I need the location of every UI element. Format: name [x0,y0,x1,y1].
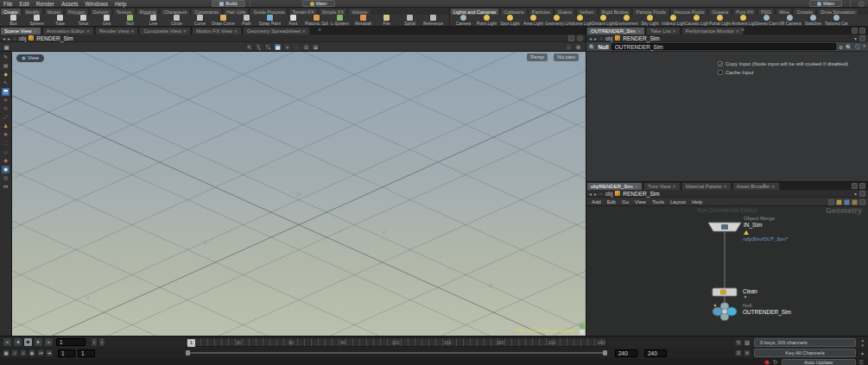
shelf-tool[interactable]: Switcher [801,15,825,26]
view-radial-button[interactable]: View [16,54,44,62]
zoom-icon[interactable] [859,199,865,205]
hamburger-icon[interactable]: ☰ [859,359,864,365]
persp-view-button[interactable]: Persp [527,53,548,61]
shelf-tool[interactable]: Font [282,15,305,26]
shelf-tool[interactable]: Circle [165,15,188,26]
pin-icon[interactable]: ⌂ [599,191,603,196]
sticky-note-icon[interactable] [852,199,858,205]
play-button[interactable]: ▸ [34,337,43,347]
shelf-tab[interactable]: Polygon [65,8,89,15]
range-start-field[interactable]: 1 [58,349,75,357]
shelf-tool[interactable]: VR Camera [778,15,801,26]
node-name-label[interactable]: IN_Sim [744,222,762,228]
shelf-tool[interactable]: Box [2,15,25,26]
pane-tab[interactable]: Render View ✕ [95,27,138,35]
shelf-tab[interactable]: Guide Process [250,8,288,15]
gear-icon[interactable]: ⚙ [839,44,843,50]
pin-icon[interactable]: ⌂ [599,35,603,41]
show-handles-icon[interactable]: ✎ [2,53,10,61]
shelf-tab[interactable]: Characters [160,8,190,15]
scale-handle-icon[interactable]: ⤢ [2,114,10,122]
menu-item[interactable]: Windows [82,1,111,7]
close-icon[interactable]: ✕ [183,28,187,34]
network-menu-item[interactable]: Add [589,199,604,205]
close-icon[interactable]: ✕ [86,28,90,34]
shelf-tool[interactable]: Metaball [352,15,375,26]
node-name-label[interactable]: Clean [743,288,757,294]
keyframe-icon[interactable]: ◆ [2,71,10,79]
close-icon[interactable]: ✕ [130,28,134,34]
points-mode-icon[interactable]: ∷ [2,140,10,148]
keys-summary-button[interactable]: 0 keys, 0/0 channels [754,338,856,347]
current-frame-field[interactable]: 1 [56,338,86,346]
pane-tab[interactable]: OUTRENDER_Sim ✕ [586,27,645,35]
shelf-tab[interactable]: Lights and Cameras [450,8,499,15]
set-key-icon[interactable]: ⚿ [735,349,742,356]
audio-icon[interactable]: ♪ [11,349,18,356]
select-arrow-icon[interactable]: ↖ [245,43,253,51]
timeline-ruler[interactable]: 306090120150180210240 1 [186,337,607,347]
shelf-tab[interactable]: Particles [529,8,554,15]
shelf-tab[interactable]: Oceans [708,8,732,15]
playhead[interactable]: 1 [187,339,195,347]
pane-tab[interactable]: Tree View ✕ [643,182,681,190]
key-pencil-icon[interactable]: ✎ [735,339,742,346]
shelf-tab[interactable]: Rigging [136,8,160,15]
layout-grid-icon[interactable]: ▦ [3,43,10,51]
key-all-channels-button[interactable]: Key All Channels [754,349,856,357]
recook-icon[interactable]: ↻ [773,359,778,365]
step-back-button[interactable]: ◂ [13,337,22,347]
forward-icon[interactable]: ▸ [8,35,10,41]
shelf-tool[interactable]: Indirect Light [662,15,685,26]
shelf-tool[interactable]: Distant Light [592,15,615,26]
shelf-tab[interactable]: Simple FX [319,8,347,15]
dropdown-icon[interactable]: ▾ [854,35,857,41]
prev-key-icon[interactable]: ‹ [91,337,98,347]
network-menu-item[interactable]: Go [619,199,631,205]
path-options-icon[interactable] [859,191,865,197]
shelf-tab[interactable]: Drive Simulation [817,8,858,15]
shelf-tool[interactable]: Spray Paint [258,15,282,26]
snap-grid-icon[interactable]: ▦ [274,43,282,51]
shelf-tab[interactable]: Constraints [191,8,222,15]
shelf-tab[interactable]: Terrain FX [288,8,317,15]
global-end-field[interactable]: 240 [644,349,667,357]
network-menu-item[interactable]: Tools [649,199,667,205]
network-menu-item[interactable]: View [632,199,649,205]
snap-edge-icon[interactable]: ▫ [293,43,301,51]
forward-icon[interactable]: ▸ [594,191,597,197]
scene-viewport[interactable]: 10 2 -2 1 -2 View Persp No cam Non-Comme… [12,52,586,336]
shelf-tab[interactable]: Volume [348,8,371,15]
shelf-tool[interactable]: Caustic Light [685,15,708,26]
prims-mode-icon[interactable]: ◆ [2,157,10,165]
network-box-icon[interactable] [844,199,850,205]
shelf-tool[interactable]: Null [118,15,142,26]
shelf-tab[interactable]: Viscous Fluids [670,8,707,15]
color-palette-icon[interactable] [836,199,842,205]
shelf-tab[interactable]: PDG [757,8,775,15]
shelf-tool[interactable]: Spiral [398,15,421,26]
shelf-tool[interactable]: Platonic Solids [305,15,328,26]
view-options-icon[interactable]: ⁘ [565,43,573,51]
shelf-tab[interactable]: Deform [90,8,112,15]
tool-history-icon[interactable]: ▤ [2,62,10,70]
resize-grip-icon[interactable] [580,330,585,335]
auto-update-button[interactable]: Auto Update [782,359,856,365]
node-name-field[interactable]: OUTRENDER_Sim [611,43,836,50]
pane-maximize-icon[interactable] [852,183,858,189]
shelf-tab[interactable]: Texture [113,8,136,15]
desktop-selector[interactable]: Build [212,0,244,7]
checkbox-checked-icon[interactable]: ✓ [718,61,723,66]
keycam-icon[interactable]: ⊙ [302,43,310,51]
pane-tab[interactable]: obj/RENDER_Sim ✕ [586,182,643,190]
snap-point-icon[interactable]: ▪ [283,43,291,51]
back-icon[interactable]: ◂ [589,191,592,197]
add-view-icon[interactable]: ⊞ [312,43,320,51]
cache-input-toggle[interactable]: Cache Input [718,70,753,75]
shelf-tool[interactable]: Reference [421,15,445,26]
camera-select-button[interactable]: No cam [554,53,579,61]
shelf-tool[interactable]: Camera [452,15,475,26]
new-tab-button[interactable]: + [760,182,769,188]
shelf-tool[interactable]: Tube [48,15,72,26]
pane-maximize-icon[interactable] [852,28,858,34]
